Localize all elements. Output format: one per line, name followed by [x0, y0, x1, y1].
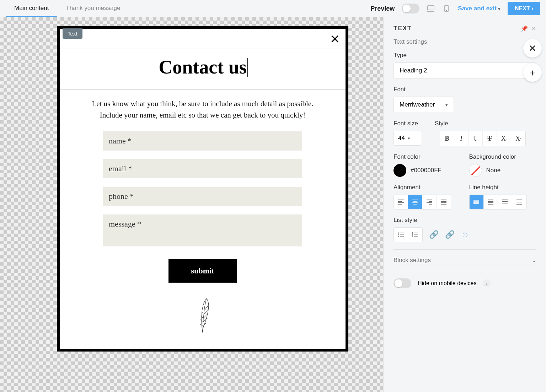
floating-actions: ✕ ＋ — [523, 39, 542, 82]
main-layout: Text ✕ Contact us Let us know what you t… — [0, 17, 546, 392]
font-size-select[interactable]: 44 ▾ — [394, 131, 422, 146]
topbar-actions: Preview Save and exit ▾ NEXT › — [370, 2, 540, 15]
phone-field[interactable]: phone * — [103, 187, 302, 206]
divider — [394, 271, 536, 271]
divider — [394, 249, 536, 250]
popup-body: Let us know what you think, be sure to i… — [60, 90, 346, 349]
block-type-badge[interactable]: Text — [63, 28, 82, 39]
font-size-label: Font size — [394, 120, 422, 127]
text-settings-section[interactable]: Text settings ⌃ — [394, 38, 536, 45]
font-label: Font — [394, 86, 536, 93]
panel-title: TEXT — [394, 25, 412, 32]
canvas-area: Text ✕ Contact us Let us know what you t… — [0, 17, 383, 392]
strikethrough-button[interactable]: T — [483, 131, 497, 146]
italic-button[interactable]: I — [454, 131, 469, 146]
email-field[interactable]: email * — [103, 159, 302, 178]
text-settings-label: Text settings — [394, 38, 427, 45]
subscript-button[interactable]: X. — [497, 131, 511, 146]
link-icon[interactable]: 🔗 — [429, 230, 439, 239]
block-settings-label: Block settings — [394, 257, 431, 264]
bg-color-value: None — [486, 167, 501, 174]
list-style-controls: 123 🔗 🔗⟋ ☺ — [394, 227, 536, 242]
content-tabs: Main content Thank you message — [6, 0, 129, 17]
panel-header-icons: 📌 ✕ — [521, 25, 536, 32]
align-justify-button[interactable] — [437, 195, 451, 209]
line-height-2-button[interactable] — [484, 195, 498, 209]
chevron-right-icon: › — [531, 5, 533, 12]
form-fields: name * email * phone * message * — [82, 131, 323, 246]
topbar: Main content Thank you message Preview S… — [0, 0, 546, 17]
line-height-1-button[interactable] — [470, 195, 484, 209]
next-button[interactable]: NEXT › — [508, 2, 540, 15]
preview-toggle[interactable] — [402, 4, 419, 13]
tab-main-content[interactable]: Main content — [6, 0, 57, 17]
chevron-down-icon: ▾ — [498, 6, 500, 11]
alignment-label: Alignment — [394, 184, 461, 191]
bg-color-picker[interactable]: None — [469, 164, 536, 177]
info-icon[interactable]: i — [483, 279, 491, 287]
feather-image[interactable] — [82, 295, 323, 334]
title-text-block[interactable]: Contact us — [60, 49, 346, 90]
align-center-button[interactable] — [408, 195, 422, 209]
close-panel-icon[interactable]: ✕ — [531, 25, 536, 32]
underline-button[interactable]: U — [469, 131, 483, 146]
font-color-swatch — [394, 164, 406, 177]
emoji-icon[interactable]: ☺ — [461, 230, 469, 239]
next-label: NEXT — [515, 5, 530, 12]
save-and-exit-link[interactable]: Save and exit ▾ — [458, 5, 500, 12]
popup-description[interactable]: Let us know what you think, be sure to i… — [82, 98, 323, 121]
add-block-button[interactable]: ＋ — [523, 63, 542, 82]
align-right-button[interactable] — [422, 195, 437, 209]
svg-point-5 — [398, 236, 399, 237]
desktop-icon[interactable] — [427, 4, 435, 13]
chevron-down-icon: ▾ — [408, 136, 410, 141]
submit-button[interactable]: submit — [168, 259, 237, 283]
tab-thank-you[interactable]: Thank you message — [57, 0, 129, 17]
bg-color-label: Background color — [469, 153, 536, 160]
font-select[interactable]: Merriweather ▾ — [394, 97, 454, 113]
svg-point-2 — [446, 10, 447, 11]
panel-header: TEXT 📌 ✕ — [394, 25, 536, 32]
popup-title: Contact us — [159, 56, 247, 78]
superscript-button[interactable]: X· — [511, 131, 525, 146]
popup-preview: Text ✕ Contact us Let us know what you t… — [57, 26, 348, 352]
hide-mobile-row: Hide on mobile devices i — [394, 278, 536, 288]
list-style-label: List style — [394, 217, 536, 224]
hide-mobile-toggle[interactable] — [394, 278, 411, 288]
font-color-value: #000000FF — [411, 167, 441, 174]
alignment-buttons — [394, 195, 451, 209]
hide-mobile-label: Hide on mobile devices — [418, 280, 476, 287]
font-size-value: 44 — [398, 135, 405, 142]
bullet-list-button[interactable] — [394, 228, 408, 242]
name-field[interactable]: name * — [103, 131, 302, 151]
type-value: Heading 2 — [400, 67, 427, 74]
style-label: Style — [435, 120, 526, 127]
svg-point-3 — [398, 233, 399, 233]
unlink-icon[interactable]: 🔗⟋ — [445, 230, 455, 239]
font-color-label: Font color — [394, 153, 461, 160]
type-label: Type — [394, 52, 536, 59]
close-editor-button[interactable]: ✕ — [523, 39, 542, 58]
pin-icon[interactable]: 📌 — [521, 25, 528, 32]
line-height-3-button[interactable] — [498, 195, 512, 209]
numbered-list-button[interactable]: 123 — [408, 228, 422, 242]
font-value: Merriweather — [400, 101, 435, 108]
line-height-buttons — [469, 195, 527, 209]
line-height-4-button[interactable] — [512, 195, 526, 209]
svg-text:3: 3 — [412, 235, 413, 237]
font-color-picker[interactable]: #000000FF — [394, 164, 461, 177]
block-settings-section[interactable]: Block settings ⌄ — [394, 257, 536, 264]
message-field[interactable]: message * — [103, 214, 302, 246]
save-label: Save and exit — [458, 5, 497, 12]
properties-panel: TEXT 📌 ✕ Text settings ⌃ Type Heading 2 … — [383, 17, 546, 392]
svg-rect-0 — [428, 6, 434, 10]
mobile-icon[interactable] — [442, 4, 451, 13]
chevron-down-icon: ▾ — [445, 102, 448, 108]
bold-button[interactable]: B — [440, 131, 454, 146]
type-select[interactable]: Heading 2 ▾ — [394, 62, 536, 79]
svg-point-4 — [398, 234, 399, 235]
close-icon[interactable]: ✕ — [330, 32, 340, 46]
align-left-button[interactable] — [394, 195, 408, 209]
bg-color-swatch — [469, 164, 482, 177]
preview-label: Preview — [370, 5, 395, 12]
